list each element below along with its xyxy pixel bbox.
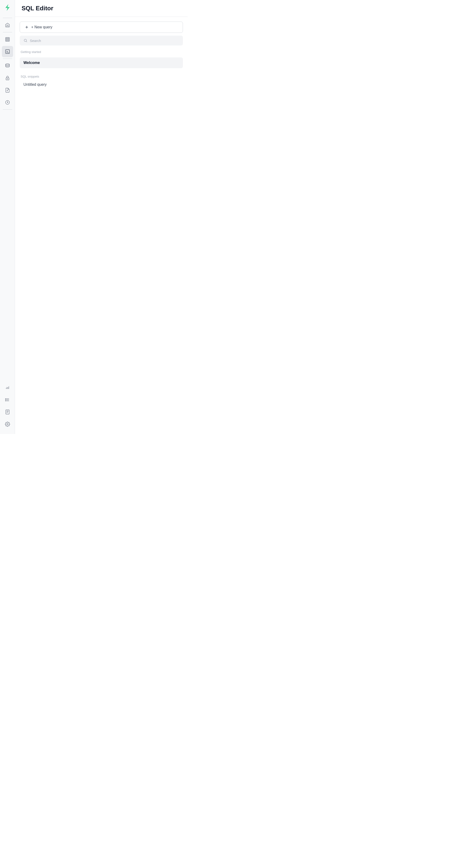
- sidebar: [0, 0, 15, 434]
- untitled-query-label: Untitled query: [24, 83, 179, 87]
- sidebar-item-sql-editor[interactable]: [2, 46, 13, 57]
- new-query-button[interactable]: + New query: [20, 22, 183, 33]
- auth-icon: [5, 75, 10, 81]
- svg-point-23: [5, 401, 6, 401]
- reports-icon: [5, 385, 10, 390]
- sidebar-item-logs[interactable]: [2, 394, 13, 405]
- search-input[interactable]: [30, 39, 179, 43]
- sidebar-divider-top: [3, 18, 12, 18]
- svg-rect-1: [5, 37, 9, 41]
- logs-icon: [5, 397, 10, 402]
- sidebar-item-auth[interactable]: [2, 72, 13, 84]
- svg-point-21: [5, 399, 6, 399]
- storage-icon: [5, 88, 10, 93]
- sidebar-item-reports[interactable]: [2, 382, 13, 393]
- new-query-label: + New query: [31, 25, 52, 29]
- sql-snippets-section-label: SQL snippets: [20, 73, 183, 79]
- svg-point-22: [5, 400, 6, 400]
- getting-started-section-label: Getting started: [20, 48, 183, 55]
- svg-point-28: [7, 424, 8, 425]
- table-icon: [5, 37, 10, 42]
- sidebar-item-api-docs[interactable]: [2, 406, 13, 417]
- realtime-icon: [5, 100, 10, 105]
- svg-line-32: [26, 41, 27, 42]
- terminal-icon: [5, 49, 10, 54]
- sidebar-divider-3: [3, 59, 12, 59]
- database-icon: [5, 63, 10, 68]
- logo-icon: [3, 3, 12, 12]
- plus-icon: [25, 25, 29, 29]
- svg-point-13: [7, 102, 8, 103]
- svg-point-8: [5, 64, 9, 65]
- query-item-welcome[interactable]: Welcome: [20, 57, 183, 68]
- sidebar-item-storage[interactable]: [2, 85, 13, 96]
- sidebar-item-home[interactable]: [2, 20, 13, 31]
- search-icon: [24, 38, 27, 43]
- query-item-untitled[interactable]: Untitled query: [20, 79, 183, 90]
- search-container: [20, 36, 183, 45]
- home-icon: [5, 23, 10, 28]
- page-title: SQL Editor: [22, 5, 53, 12]
- sidebar-item-table-editor[interactable]: [2, 34, 13, 45]
- svg-point-10: [7, 79, 8, 79]
- settings-icon: [5, 422, 10, 427]
- main-content: SQL Editor + New query Getting started W…: [15, 0, 187, 434]
- app-logo[interactable]: [0, 0, 15, 15]
- svg-marker-0: [5, 4, 10, 11]
- sidebar-item-realtime[interactable]: [2, 97, 13, 108]
- sidebar-divider-2: [3, 32, 12, 32]
- query-panel: + New query Getting started Welcome SQL …: [15, 17, 187, 434]
- sidebar-item-database[interactable]: [2, 60, 13, 71]
- snippets-section: SQL snippets Untitled query: [20, 73, 183, 90]
- sidebar-item-settings[interactable]: [2, 418, 13, 430]
- sidebar-bottom: [2, 381, 13, 434]
- svg-point-31: [24, 39, 27, 41]
- api-docs-icon: [5, 409, 10, 414]
- header: SQL Editor: [15, 0, 187, 17]
- svg-rect-24: [6, 410, 9, 414]
- welcome-label: Welcome: [24, 61, 179, 65]
